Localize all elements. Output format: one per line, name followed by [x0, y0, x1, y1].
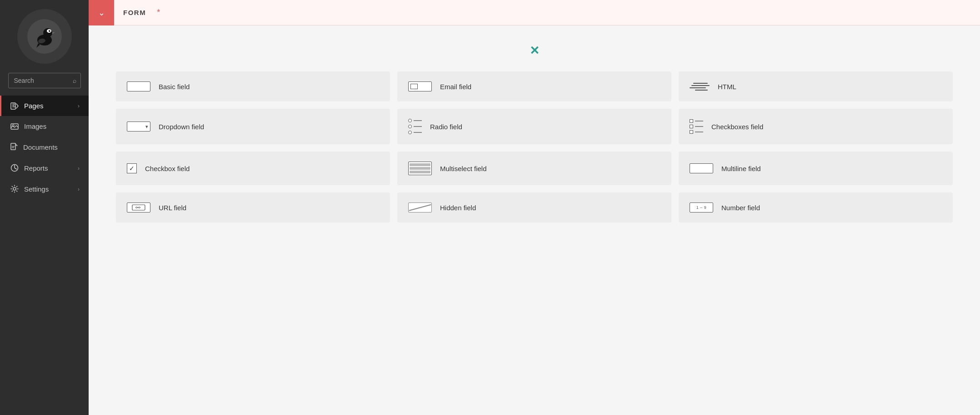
- multiline-field-icon: [690, 163, 713, 173]
- dropdown-field-icon: [127, 121, 150, 132]
- search-input[interactable]: [8, 73, 81, 88]
- sidebar-nav: Pages › Images: [0, 96, 89, 199]
- html-field-label: HTML: [718, 83, 736, 91]
- basic-field-icon: [127, 81, 150, 91]
- chevron-down-icon: ⌄: [98, 8, 105, 18]
- field-grid: Basic field Email field: [116, 71, 953, 223]
- pages-icon: [10, 102, 19, 110]
- multiselect-field-icon: [408, 162, 432, 175]
- multiline-field-card[interactable]: Multiline field: [679, 152, 953, 185]
- sidebar-item-reports[interactable]: Reports ›: [0, 157, 89, 178]
- checkbox-field-card[interactable]: ✓ Checkbox field: [116, 152, 390, 185]
- dropdown-field-card[interactable]: Dropdown field: [116, 109, 390, 144]
- header-toggle-button[interactable]: ⌄: [89, 0, 114, 25]
- svg-rect-17: [12, 147, 14, 148]
- sidebar-item-images[interactable]: Images: [0, 116, 89, 137]
- svg-point-5: [50, 30, 50, 30]
- checkboxes-field-label: Checkboxes field: [711, 123, 763, 131]
- dropdown-field-label: Dropdown field: [159, 123, 204, 131]
- sidebar-item-label-settings: Settings: [24, 185, 78, 193]
- radio-field-icon: [408, 119, 422, 134]
- email-field-label: Email field: [440, 83, 471, 91]
- url-field-label: URL field: [159, 204, 186, 212]
- svg-rect-11: [12, 105, 15, 106]
- sidebar-item-label-reports: Reports: [24, 164, 78, 172]
- multiselect-field-card[interactable]: Multiselect field: [397, 152, 671, 185]
- radio-field-card[interactable]: Radio field: [397, 109, 671, 144]
- required-indicator: *: [157, 8, 160, 17]
- sidebar-item-pages[interactable]: Pages ›: [0, 96, 89, 116]
- html-field-card[interactable]: HTML: [679, 71, 953, 101]
- page-title: FORM: [114, 9, 155, 16]
- hidden-field-label: Hidden field: [440, 204, 476, 212]
- hidden-field-icon: [408, 202, 432, 213]
- svg-rect-10: [12, 104, 15, 105]
- documents-icon: [10, 143, 18, 151]
- sidebar-item-settings[interactable]: Settings ›: [0, 178, 89, 199]
- sidebar-item-documents[interactable]: Documents: [0, 137, 89, 157]
- images-icon: [10, 123, 19, 130]
- hidden-field-card[interactable]: Hidden field: [397, 192, 671, 223]
- main-content: ⌄ FORM * ✕ Basic field Email field: [89, 0, 980, 415]
- search-icon: ⌕: [73, 77, 76, 84]
- svg-rect-12: [12, 106, 15, 107]
- reports-icon: [10, 164, 19, 172]
- basic-field-card[interactable]: Basic field: [116, 71, 390, 101]
- multiline-field-label: Multiline field: [721, 165, 761, 172]
- svg-rect-16: [12, 146, 15, 147]
- close-icon[interactable]: ✕: [530, 44, 540, 58]
- url-field-icon: [127, 202, 150, 213]
- url-field-card[interactable]: URL field: [116, 192, 390, 223]
- number-field-icon: 1 – 9: [690, 202, 713, 213]
- chevron-right-icon-reports: ›: [78, 165, 80, 172]
- svg-point-19: [13, 187, 16, 190]
- radio-field-label: Radio field: [430, 123, 462, 131]
- number-field-label: Number field: [721, 204, 760, 212]
- checkbox-field-icon: ✓: [127, 163, 137, 173]
- multiselect-field-label: Multiselect field: [440, 165, 487, 172]
- checkboxes-field-card[interactable]: Checkboxes field: [679, 109, 953, 144]
- html-field-icon: [690, 83, 710, 91]
- sidebar: ⌕ Pages ›: [0, 0, 89, 415]
- sidebar-item-label-documents: Documents: [23, 143, 80, 151]
- checkbox-field-label: Checkbox field: [145, 165, 190, 172]
- chevron-right-icon: ›: [78, 102, 80, 109]
- basic-field-label: Basic field: [159, 83, 190, 91]
- settings-icon: [10, 185, 19, 193]
- number-field-card[interactable]: 1 – 9 Number field: [679, 192, 953, 223]
- sidebar-item-label-pages: Pages: [24, 102, 78, 110]
- search-box: ⌕: [8, 73, 81, 88]
- email-field-icon: [408, 81, 432, 91]
- email-field-card[interactable]: Email field: [397, 71, 671, 101]
- app-logo: [17, 9, 72, 64]
- sidebar-item-label-images: Images: [24, 122, 80, 130]
- checkboxes-field-icon: [690, 119, 703, 134]
- chevron-right-icon-settings: ›: [78, 186, 80, 192]
- svg-rect-20: [132, 205, 145, 210]
- header-bar: ⌄ FORM *: [89, 0, 980, 25]
- content-area: ✕ Basic field Email field: [89, 25, 980, 415]
- close-icon-row: ✕: [116, 44, 953, 58]
